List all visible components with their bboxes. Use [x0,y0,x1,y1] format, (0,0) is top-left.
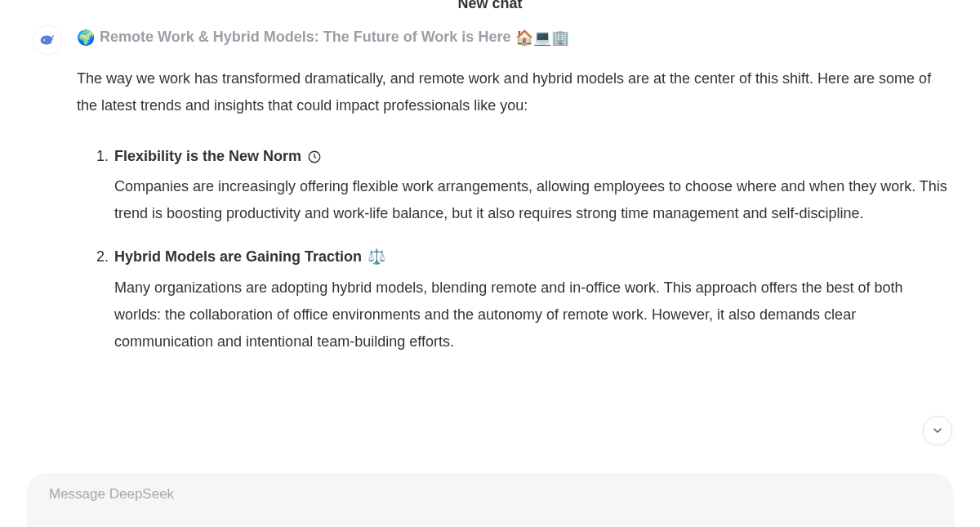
scales-icon: ⚖️ [368,248,385,265]
message-input-bar[interactable] [26,473,954,527]
chat-content: 🌍 Remote Work & Hybrid Models: The Futur… [0,29,980,373]
svg-point-0 [43,39,45,41]
trends-list: Flexibility is the New Norm Companies ar… [77,143,947,356]
assistant-message: 🌍 Remote Work & Hybrid Models: The Futur… [33,29,947,373]
globe-icon: 🌍 [77,30,95,45]
list-item-title: Flexibility is the New Norm [114,148,301,164]
chevron-down-icon [931,424,944,437]
fade-overlay [0,440,980,473]
message-heading: 🌍 Remote Work & Hybrid Models: The Futur… [77,29,947,46]
assistant-avatar [33,25,62,55]
list-item-body: Many organizations are adopting hybrid m… [114,275,947,356]
message-input[interactable] [49,486,931,502]
list-item-body: Companies are increasingly offering flex… [114,173,947,228]
scroll-down-button[interactable] [923,416,952,445]
heading-text: Remote Work & Hybrid Models: The Future … [100,29,510,46]
message-body: 🌍 Remote Work & Hybrid Models: The Futur… [77,29,947,373]
page-title: New chat [0,0,980,12]
list-item: Flexibility is the New Norm Companies ar… [113,143,947,228]
whale-icon [38,31,56,49]
list-item: Hybrid Models are Gaining Traction ⚖️ Ma… [113,243,947,355]
clock-icon [307,150,322,164]
intro-paragraph: The way we work has transformed dramatic… [77,65,947,120]
heading-suffix-emojis: 🏠💻🏢 [515,30,569,45]
list-item-title: Hybrid Models are Gaining Traction [114,248,362,265]
